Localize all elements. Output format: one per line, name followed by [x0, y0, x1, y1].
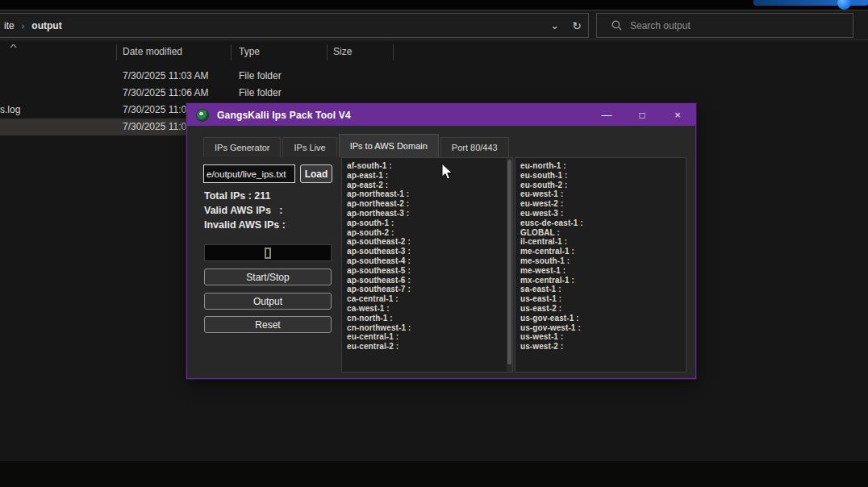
region-entry: sa-east-1 :: [520, 285, 686, 294]
breadcrumb: ite › output: [0, 20, 62, 31]
region-entry: ca-west-1 :: [347, 304, 512, 314]
region-entry: us-west-2 :: [520, 342, 686, 352]
start-stop-button[interactable]: Start/Stop: [204, 268, 332, 285]
region-entry: me-central-1 :: [520, 247, 686, 256]
aws-region-list-left[interactable]: af-south-1 :ap-east-1 :ap-east-2 :ap-nor…: [341, 157, 513, 373]
column-separator[interactable]: [116, 44, 117, 60]
column-separator[interactable]: [327, 44, 328, 60]
search-input[interactable]: Search output: [596, 13, 853, 38]
region-entry: me-west-1 :: [520, 266, 686, 276]
file-date: 7/30/2025 11:06 AM: [123, 87, 209, 98]
toolbar-divider: [0, 40, 868, 40]
tab-ips-generator[interactable]: IPs Generator: [203, 137, 281, 157]
region-entry: GLOBAL :: [520, 228, 686, 238]
region-entry: ap-southeast-2 :: [347, 237, 512, 247]
region-entry: eu-south-1 :: [520, 171, 686, 181]
tab-ips-to-aws-domain[interactable]: IPs to AWS Domain: [339, 134, 439, 157]
region-entry: ap-southeast-4 :: [347, 256, 512, 266]
dialog-title: GangsKalli Ips Pack Tool V4: [217, 110, 351, 121]
maximize-button[interactable]: □: [624, 104, 660, 126]
file-path-input[interactable]: [203, 164, 295, 183]
breadcrumb-separator-icon: ›: [22, 21, 25, 31]
file-name: s.log: [0, 104, 20, 115]
breadcrumb-current[interactable]: output: [31, 20, 61, 31]
region-entry: eu-south-2 :: [520, 181, 686, 190]
region-entry: us-east-2 :: [520, 304, 686, 314]
column-header-date[interactable]: Date modified: [123, 46, 182, 57]
minimize-button[interactable]: —: [589, 104, 624, 126]
tab-bar: IPs GeneratorIPs LiveIPs to AWS DomainPo…: [203, 135, 509, 157]
load-button[interactable]: Load: [300, 164, 332, 183]
region-entry: ap-south-1 :: [347, 219, 512, 228]
breadcrumb-parent[interactable]: ite: [4, 20, 15, 31]
region-entry: ap-south-2 :: [347, 228, 512, 238]
valid-ips-stat: Valid AWS IPs :: [204, 205, 282, 216]
column-header-type[interactable]: Type: [239, 46, 260, 57]
region-entry: eu-central-2 :: [347, 342, 512, 352]
region-entry: mx-central-1 :: [520, 276, 686, 285]
progress-bar: [204, 244, 332, 261]
dialog-titlebar[interactable]: GangsKalli Ips Pack Tool V4 — □ ×: [187, 104, 695, 126]
region-entry: ap-northeast-1 :: [347, 189, 512, 199]
region-entry: us-gov-west-1 :: [520, 323, 686, 333]
region-entry: eu-north-1 :: [520, 161, 686, 171]
bottom-black-strip: [0, 461, 868, 487]
column-header-row: ^ Date modified Type Size: [0, 43, 868, 62]
region-entry: me-south-1 :: [520, 256, 686, 266]
mouse-cursor: [440, 163, 457, 181]
file-type: File folder: [239, 70, 282, 81]
invalid-ips-stat: Invalid AWS IPs :: [204, 219, 286, 231]
file-row[interactable]: 7/30/2025 11:03 AMFile folder: [0, 68, 868, 85]
region-entry: ap-southeast-6 :: [347, 276, 512, 285]
sort-ascending-icon[interactable]: ^: [10, 43, 16, 52]
region-entry: ap-southeast-5 :: [347, 266, 512, 276]
tab-ips-live[interactable]: IPs Live: [282, 137, 336, 157]
region-entry: us-gov-east-1 :: [520, 314, 686, 323]
region-entry: eu-central-1 :: [347, 332, 512, 342]
file-date: 7/30/2025 11:03 AM: [123, 70, 209, 81]
file-row[interactable]: 7/30/2025 11:06: [0, 119, 194, 135]
tab-port-80-443[interactable]: Port 80/443: [440, 137, 509, 157]
region-entry: ap-east-1 :: [347, 171, 512, 181]
file-date: 7/30/2025 11:04: [123, 104, 192, 115]
progress-glyph: [265, 248, 271, 259]
output-button[interactable]: Output: [204, 293, 332, 310]
region-entry: cn-northwest-1 :: [347, 323, 512, 333]
file-date: 7/30/2025 11:06: [123, 121, 192, 132]
region-entry: ap-southeast-3 :: [347, 247, 512, 256]
search-icon: [611, 20, 622, 31]
scrollbar[interactable]: [507, 158, 512, 372]
region-entry: ap-east-2 :: [347, 181, 512, 190]
column-separator[interactable]: [231, 44, 232, 60]
app-icon: [196, 109, 209, 122]
chevron-down-icon[interactable]: ⌄: [550, 19, 559, 31]
region-entry: ap-northeast-2 :: [347, 199, 512, 209]
region-entry: us-east-1 :: [520, 294, 686, 304]
region-entry: eusc-de-east-1 :: [520, 219, 686, 228]
file-type: File folder: [239, 87, 282, 98]
region-entry: ca-central-1 :: [347, 294, 512, 304]
explorer-toolbar: ite › output ⌄ ↻ Search output: [0, 10, 868, 40]
screen: ite › output ⌄ ↻ Search output ^ Date mo…: [0, 0, 868, 487]
region-entry: eu-west-3 :: [520, 209, 686, 219]
reset-button[interactable]: Reset: [204, 316, 332, 333]
column-header-size[interactable]: Size: [333, 46, 352, 57]
gangskalli-dialog: GangsKalli Ips Pack Tool V4 — □ × IPs Ge…: [186, 103, 696, 379]
region-entry: us-west-1 :: [520, 332, 686, 342]
file-row[interactable]: 7/30/2025 11:06 AMFile folder: [0, 85, 868, 102]
address-bar[interactable]: ite › output ⌄ ↻: [0, 13, 589, 38]
total-ips-stat: Total IPs : 211: [204, 190, 270, 202]
refresh-icon[interactable]: ↻: [572, 19, 582, 32]
region-entry: af-south-1 :: [347, 161, 512, 171]
region-entry: ap-southeast-7 :: [347, 285, 512, 294]
column-separator[interactable]: [393, 44, 394, 60]
search-placeholder: Search output: [630, 20, 691, 31]
region-entry: eu-west-2 :: [520, 199, 686, 209]
close-button[interactable]: ×: [660, 104, 695, 126]
region-entry: ap-northeast-3 :: [347, 209, 512, 219]
scrollbar-thumb[interactable]: [507, 160, 511, 364]
region-entry: eu-west-1 :: [520, 189, 686, 199]
region-entry: cn-north-1 :: [347, 314, 512, 323]
region-entry: il-central-1 :: [520, 237, 686, 247]
aws-region-list-right[interactable]: eu-north-1 :eu-south-1 :eu-south-2 :eu-w…: [515, 157, 686, 373]
